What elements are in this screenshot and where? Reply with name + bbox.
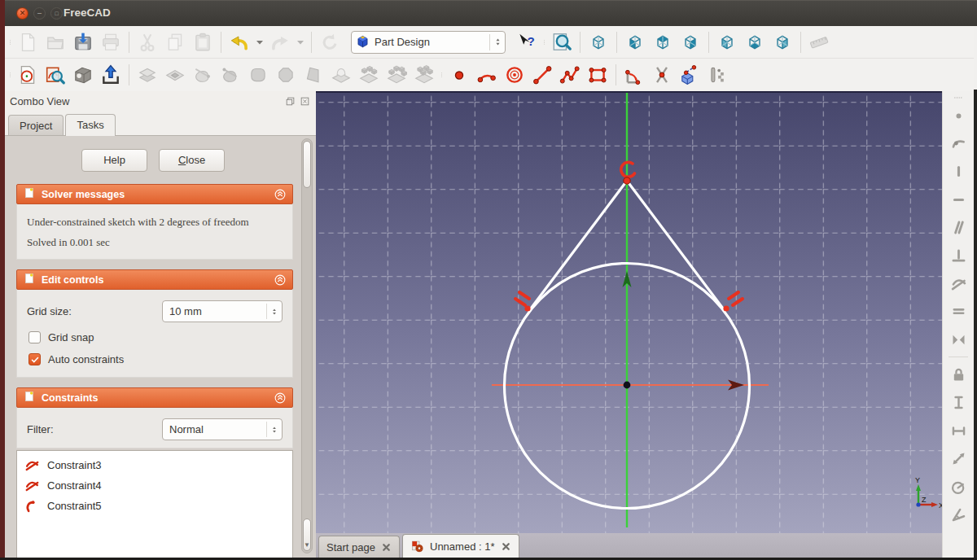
tasks-panel: Help Close Solver messages Under-constra… <box>5 135 316 558</box>
constraints-title: Constraints <box>42 392 98 404</box>
leave-sketch-button[interactable] <box>98 61 125 89</box>
document-tab-unnamed-1-[interactable]: Unnamed : 1* <box>402 534 519 558</box>
edit-controls-header[interactable]: Edit controls <box>16 269 293 290</box>
view-rear-button[interactable] <box>714 28 741 56</box>
auto-constraints-checkbox[interactable] <box>28 353 41 365</box>
constraints-header[interactable]: Constraints <box>16 387 293 408</box>
grid-snap-checkbox[interactable] <box>28 331 41 343</box>
folder-open-icon <box>45 32 66 53</box>
create-line-button[interactable] <box>529 61 556 89</box>
view-front-button[interactable] <box>622 28 649 56</box>
sk-point-icon <box>449 64 470 85</box>
workbench-selector[interactable]: Part Design <box>351 31 506 54</box>
zoom-fit-icon <box>551 32 572 53</box>
solver-message-line: Solved in 0.001 sec <box>27 236 283 249</box>
whatsthis-icon: ? <box>516 32 537 53</box>
create-circle-button[interactable] <box>502 61 528 89</box>
tab-tasks[interactable]: Tasks <box>65 114 115 136</box>
external-geometry-button[interactable] <box>677 61 703 89</box>
toolbar-drag-handle[interactable] <box>7 29 14 55</box>
redo-button <box>267 28 294 56</box>
undo-menu-button[interactable] <box>254 28 266 56</box>
toolbar-drag-handle[interactable] <box>7 62 14 88</box>
spinner-arrows-icon[interactable] <box>266 304 278 319</box>
constraint-list-item[interactable]: Constraint3 <box>17 455 292 475</box>
sk-construction-icon <box>707 64 728 85</box>
filter-dropdown[interactable]: Normal <box>162 418 283 440</box>
draft-button <box>300 61 327 89</box>
help-button[interactable]: Help <box>81 149 147 172</box>
constraint-label: Constraint3 <box>47 459 101 471</box>
grid-size-input[interactable]: 10 mm <box>162 300 283 322</box>
groove-button <box>217 61 244 89</box>
view-sketch-button[interactable] <box>42 61 69 89</box>
create-rectangle-button[interactable] <box>585 61 611 89</box>
save-button[interactable] <box>70 28 97 56</box>
fillet-button <box>245 61 272 89</box>
scrollbar-thumb[interactable] <box>303 141 311 188</box>
constraint-list-item[interactable]: Constraint5 <box>17 496 292 516</box>
window-edge-right <box>974 90 977 560</box>
create-polyline-button[interactable] <box>557 61 584 89</box>
solver-messages-header[interactable]: Solver messages <box>16 184 293 204</box>
document-tab-start-page[interactable]: Start page <box>318 536 400 558</box>
close-button[interactable]: Close <box>159 149 225 172</box>
window-minimize-button[interactable]: – <box>33 7 46 20</box>
toolbar-drag-handle[interactable] <box>438 62 445 88</box>
3d-viewport[interactable]: Y Z X <box>316 91 942 533</box>
create-arc-button[interactable] <box>474 61 501 89</box>
view-right-button[interactable] <box>677 28 704 56</box>
auto-constraints-label: Auto constraints <box>48 353 124 365</box>
origin-point[interactable] <box>624 382 631 389</box>
c-tangent-icon <box>950 275 967 292</box>
sketch-document-icon <box>410 540 424 553</box>
toolbar-separator <box>708 32 709 53</box>
view-left-button[interactable] <box>769 28 796 56</box>
revolution-icon <box>192 64 213 85</box>
polar-pattern-button <box>383 61 410 89</box>
constraint-list-item[interactable]: Constraint4 <box>17 475 292 496</box>
collapse-icon[interactable] <box>274 188 287 201</box>
close-tab-icon[interactable] <box>381 542 392 553</box>
toolbar-drag-handle[interactable] <box>953 94 964 102</box>
whats-this-button[interactable]: ? <box>514 28 541 56</box>
scrollbar-down-button[interactable]: ▼ <box>303 518 311 551</box>
chev-down-icon <box>296 37 305 47</box>
constrain-perpendicular-button <box>946 244 970 267</box>
collapse-icon[interactable] <box>274 273 287 287</box>
create-point-button[interactable] <box>446 61 473 89</box>
create-fillet-button[interactable] <box>621 61 648 89</box>
sk-line-icon <box>532 64 553 85</box>
trim-edge-button[interactable] <box>649 61 676 89</box>
panel-close-icon[interactable] <box>300 96 310 107</box>
view-bottom-button[interactable] <box>742 28 769 56</box>
constraint-label: Constraint5 <box>47 500 101 512</box>
window-title: FreeCAD <box>64 0 111 26</box>
undo-button[interactable] <box>226 28 253 56</box>
c-radius-icon <box>950 479 967 496</box>
fit-all-button[interactable] <box>549 28 576 56</box>
panel-float-icon[interactable] <box>285 96 296 107</box>
fillet3d-icon <box>248 64 269 85</box>
toolbar-drag-handle[interactable] <box>541 29 548 55</box>
new-sketch-button[interactable] <box>15 61 42 89</box>
window-maximize-button[interactable]: □ <box>50 7 63 20</box>
panel-scrollbar[interactable]: ▼ <box>301 138 313 553</box>
view-axonometric-button[interactable] <box>585 28 612 56</box>
window-edge-left <box>0 0 5 560</box>
refresh-icon <box>319 32 340 53</box>
pocket-button <box>162 61 189 89</box>
cut-button <box>134 28 161 56</box>
c-perpendicular-icon <box>950 247 967 265</box>
tab-project[interactable]: Project <box>8 115 64 135</box>
window-close-button[interactable]: ✕ <box>16 7 28 20</box>
collapse-icon[interactable] <box>274 392 287 405</box>
view-top-button[interactable] <box>650 28 677 56</box>
close-tab-icon[interactable] <box>501 541 511 552</box>
construction-mode-button[interactable] <box>704 61 731 89</box>
map-sketch-button[interactable] <box>70 61 97 89</box>
spinner-arrows-icon[interactable] <box>266 422 278 437</box>
note-icon <box>23 390 36 405</box>
apex-vertex[interactable] <box>624 177 630 184</box>
spinner-arrows-icon[interactable] <box>489 34 502 50</box>
